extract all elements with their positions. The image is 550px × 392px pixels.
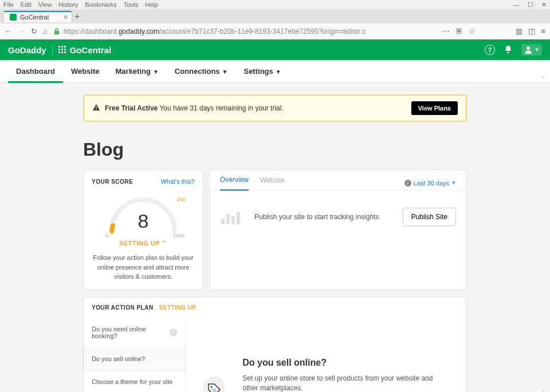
user-icon (524, 45, 533, 54)
svg-rect-7 (58, 52, 60, 53)
overview-message: Publish your site to start tracking insi… (254, 213, 391, 221)
tab-website[interactable]: Website (260, 176, 285, 190)
gauge-mid: 200 (177, 197, 186, 203)
trial-alert: Free Trial Active You have 31 days remai… (83, 94, 467, 122)
reload-icon[interactable]: ↻ (31, 27, 37, 35)
alert-text: Free Trial Active You have 31 days remai… (105, 104, 284, 112)
menu-help[interactable]: Help (145, 1, 158, 8)
window-controls: — ☐ ✕ (513, 1, 547, 9)
tab-overview[interactable]: Overview (220, 176, 249, 191)
svg-rect-17 (237, 212, 240, 224)
svg-rect-5 (61, 49, 63, 50)
action-detail: % Do you sell online? Set up your online… (186, 318, 466, 393)
scrollbar[interactable]: ˆ ˇ (541, 76, 549, 392)
browser-nav-bar: ← → ↻ ⌂ https://dashboard.godaddy.com/ac… (0, 23, 550, 39)
svg-rect-14 (221, 219, 225, 224)
action-item-theme[interactable]: Choose a theme for your site (84, 370, 185, 393)
menu-history[interactable]: History (58, 1, 78, 8)
nav-website[interactable]: Website (63, 60, 108, 82)
close-window-icon[interactable]: ✕ (541, 1, 547, 9)
brand-logo[interactable]: GoDaddy (8, 45, 46, 55)
svg-rect-2 (61, 46, 63, 47)
action-heading: YOUR ACTION PLAN (92, 304, 154, 311)
action-item-booking[interactable]: Do you need online booking? ✓ (84, 318, 185, 347)
action-stage: SETTING UP (159, 304, 197, 311)
menu-view[interactable]: View (38, 1, 52, 8)
browser-tab[interactable]: GoCentral ✕ (3, 11, 72, 22)
score-card: YOUR SCORE What's this? 8 0 200 1000 SET… (83, 169, 203, 290)
scroll-up-icon[interactable]: ˆ (543, 76, 544, 82)
score-stage: SETTING UP ⌃ (92, 240, 195, 247)
view-plans-button[interactable]: View Plans (411, 101, 458, 115)
gauge-max: 1000 (173, 233, 184, 239)
help-icon[interactable]: ? (485, 45, 495, 55)
period-selector[interactable]: i Last 30 days ▼ (404, 180, 456, 187)
nav-dashboard[interactable]: Dashboard (8, 60, 63, 82)
chevron-down-icon: ▼ (153, 69, 159, 75)
score-description: Follow your action plan to build your on… (92, 253, 195, 282)
menu-tools[interactable]: Tools (124, 1, 139, 8)
browser-menubar: File Edit View History Bookmarks Tools H… (0, 0, 550, 10)
score-gauge: 8 0 200 1000 (103, 194, 183, 234)
nav-marketing[interactable]: Marketing▼ (108, 60, 167, 82)
maximize-icon[interactable]: ☐ (528, 1, 533, 9)
chevron-down-icon: ▼ (276, 69, 281, 75)
chevron-down-icon: ▼ (535, 47, 540, 53)
page-title: Blog (83, 139, 467, 160)
nav-connections[interactable]: Connections▼ (167, 60, 236, 82)
library-icon[interactable]: ▥ (516, 27, 522, 35)
svg-rect-3 (64, 46, 66, 47)
chevron-down-icon: ▼ (222, 69, 228, 75)
bell-icon[interactable] (503, 45, 513, 55)
app-header: GoDaddy GoCentral ? ▼ (0, 39, 550, 60)
protection-icon[interactable]: ⛨ (455, 27, 463, 35)
lock-icon (53, 28, 60, 35)
brand-separator (52, 45, 53, 55)
whats-this-link[interactable]: What's this? (160, 178, 195, 185)
forward-icon[interactable]: → (18, 27, 25, 35)
user-menu[interactable]: ▼ (521, 44, 542, 56)
svg-rect-9 (64, 52, 66, 53)
action-list: Do you need online booking? ✓ Do you sel… (84, 318, 186, 393)
tab-title: GoCentral (20, 14, 49, 21)
home-icon[interactable]: ⌂ (43, 27, 48, 35)
sidebar-icon[interactable]: ◫ (528, 27, 535, 35)
nav-settings[interactable]: Settings▼ (235, 60, 289, 82)
check-icon: ✓ (170, 328, 177, 336)
svg-rect-1 (58, 46, 60, 47)
svg-rect-15 (226, 214, 230, 224)
menu-file[interactable]: File (3, 1, 14, 8)
chevron-down-icon: ▼ (451, 180, 456, 185)
action-item-sell-online[interactable]: Do you sell online? (84, 347, 185, 370)
svg-text:%: % (212, 387, 217, 393)
gauge-min: 0 (105, 233, 108, 239)
svg-point-10 (527, 46, 530, 50)
menu-edit[interactable]: Edit (21, 1, 32, 8)
url-bar[interactable]: https://dashboard.godaddy.com/account/e7… (53, 27, 437, 35)
action-plan-card: YOUR ACTION PLAN SETTING UP Do you need … (83, 297, 467, 393)
page-actions-icon[interactable]: ⋯ (442, 27, 450, 35)
publish-site-button[interactable]: Publish Site (403, 208, 456, 226)
url-text: https://dashboard.godaddy.com/account/e7… (64, 27, 366, 35)
close-tab-icon[interactable]: ✕ (63, 14, 68, 21)
new-tab-button[interactable]: + (74, 11, 80, 22)
svg-rect-0 (54, 31, 59, 34)
detail-title: Do you sell online? (242, 358, 449, 368)
page-content: GoDaddy GoCentral ? ▼ Dashboard Website … (0, 39, 550, 392)
hamburger-icon[interactable]: ≡ (541, 27, 545, 35)
minimize-icon[interactable]: — (513, 1, 520, 9)
svg-rect-12 (96, 109, 96, 109)
bookmark-icon[interactable]: ☆ (469, 27, 476, 35)
main-nav: Dashboard Website Marketing▼ Connections… (0, 60, 550, 83)
back-icon[interactable]: ← (5, 27, 12, 35)
warning-icon (92, 104, 100, 113)
menu-bookmarks[interactable]: Bookmarks (85, 1, 117, 8)
svg-rect-4 (58, 49, 60, 50)
svg-rect-11 (96, 106, 96, 109)
svg-rect-16 (231, 216, 235, 224)
score-label: YOUR SCORE (92, 179, 133, 185)
product-switcher[interactable]: GoCentral (58, 45, 112, 55)
chevron-up-icon: ⌃ (162, 240, 167, 247)
info-icon: i (404, 180, 411, 187)
chart-icon (220, 208, 243, 225)
